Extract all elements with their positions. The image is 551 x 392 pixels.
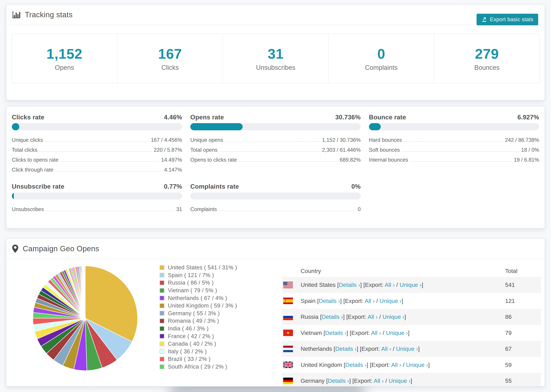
stat-box-unsubscribes: 31Unsubscribes [223, 34, 329, 83]
dotted-leader [60, 161, 159, 162]
geo-pie-chart [28, 262, 142, 375]
rate-section-bounce-rate: Bounce rate6.927%Hard bounces242 / 86.73… [369, 113, 539, 175]
export-unique-link[interactable]: Unique › [386, 329, 408, 336]
country-name: Germany [301, 378, 326, 384]
details-link[interactable]: Details › [328, 378, 349, 384]
country-cell: Spain [Details ›] [Export: All › / Uniqu… [301, 298, 403, 304]
rate-progress-fill [369, 123, 381, 130]
map-marker-icon [12, 244, 19, 253]
bracket-text: ] [Export: [349, 378, 374, 384]
detail-value: 220 / 5.87% [154, 147, 182, 153]
rate-detail-rows: Unique clicks167 / 4.456%Total clicks220… [12, 135, 182, 175]
dotted-leader [45, 141, 149, 142]
bracket-text: [ [326, 378, 328, 384]
export-unique-link[interactable]: Unique › [406, 362, 428, 368]
legend-item: Netherlands ( 67 / 4% ) [160, 294, 237, 302]
details-link[interactable]: Details › [345, 362, 367, 368]
dotted-leader [219, 151, 320, 152]
export-all-link[interactable]: All › [367, 314, 378, 320]
bracket-text: / [378, 314, 382, 320]
legend-swatch [160, 288, 164, 293]
rate-section-opens-rate: Opens rate30.736%Unique opens1,152 / 30.… [190, 113, 360, 175]
detail-value: 1,152 / 30.736% [322, 137, 361, 143]
export-unique-link[interactable]: Unique › [382, 314, 404, 320]
export-all-link[interactable]: All › [374, 378, 384, 384]
bracket-text: / [391, 345, 396, 352]
export-basic-stats-button[interactable]: Export basic stats [477, 14, 538, 25]
rate-detail-rows: Complaints0 [190, 204, 360, 214]
export-all-link[interactable]: All › [385, 281, 395, 288]
geo-table-body: United States [Details ›] [Export: All ›… [282, 277, 541, 386]
detail-label: Internal bounces [369, 157, 408, 163]
legend-label: Brazil ( 33 / 2% ) [168, 356, 211, 362]
bracket-text: ] [Export: [360, 281, 385, 288]
bracket-text: ] [408, 329, 410, 336]
detail-label: Unsubscribes [12, 206, 44, 212]
bracket-text: [ [324, 329, 325, 336]
rate-progressbar [12, 192, 182, 200]
rate-detail-row: Opens to clicks rate689.82% [190, 155, 360, 165]
detail-label: Total clicks [12, 147, 37, 153]
export-unique-link[interactable]: Unique › [380, 298, 402, 304]
rates-card: Clicks rate4.46%Unique clicks167 / 4.456… [6, 106, 545, 229]
legend-label: United States ( 541 / 31% ) [168, 264, 237, 271]
details-link[interactable]: Details › [322, 314, 343, 320]
stat-box-opens: 1,152Opens [12, 34, 117, 83]
bracket-text: ] [Export: [340, 298, 365, 304]
detail-label: Total opens [190, 147, 218, 153]
rate-title: Clicks rate [12, 114, 44, 121]
table-row: Vietnam [Details ›] [Export: All › / Uni… [282, 325, 541, 341]
detail-label: Click through rate [12, 167, 53, 173]
legend-swatch [160, 357, 164, 362]
details-link[interactable]: Details › [325, 329, 346, 336]
legend-label: France ( 42 / 2% ) [168, 333, 214, 339]
rate-progressbar [190, 123, 360, 130]
table-row: Russia [Details ›] [Export: All › / Uniq… [282, 309, 541, 325]
export-unique-link[interactable]: Unique › [396, 345, 418, 352]
export-unique-link[interactable]: Unique › [389, 378, 411, 384]
country-name: Spain [301, 298, 317, 304]
detail-label: Unique clicks [12, 137, 43, 143]
country-total: 79 [505, 329, 512, 336]
rate-progressbar [369, 123, 539, 130]
bracket-text: [ [337, 281, 339, 288]
legend-item: India ( 46 / 3% ) [160, 325, 237, 332]
details-link[interactable]: Details › [339, 281, 360, 288]
export-all-link[interactable]: All › [391, 362, 401, 368]
detail-label: Soft bounces [369, 147, 400, 153]
rate-title-row: Clicks rate4.46% [12, 113, 182, 121]
legend-label: Russia ( 86 / 5% ) [168, 280, 214, 286]
es-flag-icon [283, 298, 293, 304]
vn-flag-icon [283, 329, 293, 336]
rate-detail-row: Click through rate4.147% [12, 165, 182, 175]
export-all-link[interactable]: All › [365, 298, 375, 304]
country-total: 59 [505, 362, 512, 368]
legend-swatch [160, 318, 164, 323]
geo-table-header: Country Total [282, 264, 541, 277]
legend-item: France ( 42 / 2% ) [160, 332, 237, 340]
nl-flag-icon [283, 346, 293, 352]
legend-item: Romania ( 49 / 3% ) [160, 317, 237, 325]
detail-value: 0 [358, 206, 360, 212]
rate-detail-row: Total opens2,303 / 61.446% [190, 145, 360, 155]
campaign-geo-opens-card: Campaign Geo Opens United States ( 541 /… [6, 238, 545, 386]
legend-swatch [160, 326, 164, 331]
summary-row: 1,152Opens167Clicks31Unsubscribes0Compla… [11, 34, 540, 83]
rate-detail-rows: Unique opens1,152 / 30.736%Total opens2,… [190, 135, 360, 165]
dotted-leader [40, 151, 152, 152]
rate-title-row: Complaints rate0% [190, 182, 360, 191]
legend-label: Netherlands ( 67 / 4% ) [168, 295, 227, 301]
rate-detail-row: Complaints0 [190, 204, 360, 214]
legend-swatch [160, 349, 164, 354]
table-row: Germany [Details ›] [Export: All › / Uni… [282, 373, 541, 386]
table-row: United States [Details ›] [Export: All ›… [282, 277, 541, 293]
rate-section-clicks-rate: Clicks rate4.46%Unique clicks167 / 4.456… [12, 113, 182, 175]
details-link[interactable]: Details › [335, 345, 357, 352]
export-all-link[interactable]: All › [371, 329, 381, 336]
table-row: Spain [Details ›] [Export: All › / Uniqu… [282, 293, 541, 309]
dotted-leader [225, 141, 320, 142]
export-unique-link[interactable]: Unique › [400, 281, 422, 288]
export-all-link[interactable]: All › [381, 345, 391, 352]
details-link[interactable]: Details › [319, 298, 340, 304]
legend-item: United Kingdom ( 59 / 3% ) [160, 302, 237, 309]
